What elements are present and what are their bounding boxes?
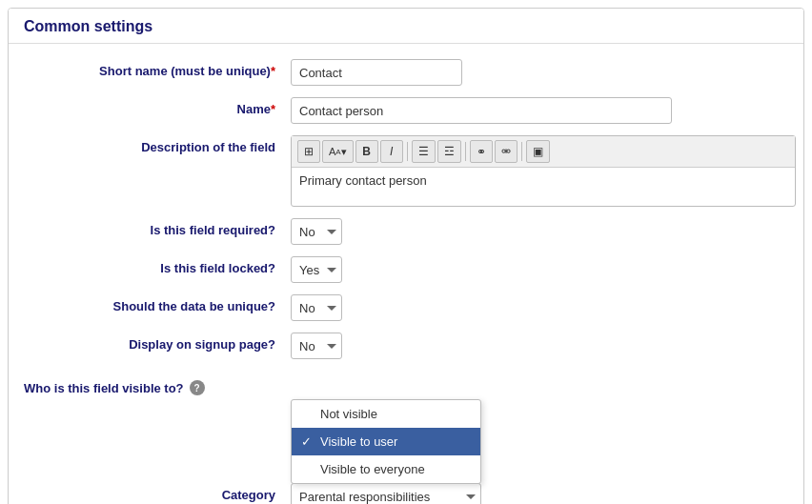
- editor-toolbar: ⊞ AA▾ B I ☰ ☲ ⚭ ⚮ ▣: [292, 136, 795, 168]
- visible-user-checkmark: ✓: [301, 434, 315, 449]
- signup-select[interactable]: No Yes: [291, 333, 342, 359]
- image-button[interactable]: ▣: [526, 140, 550, 163]
- section-title: Common settings: [9, 9, 803, 44]
- help-icon[interactable]: ?: [190, 380, 205, 395]
- form-body: Short name (must be unique)* Name* Descr…: [9, 44, 803, 504]
- unique-row: Should the data be unique? No Yes: [9, 289, 803, 327]
- not-visible-label: Not visible: [320, 407, 377, 421]
- locked-control: Yes No: [291, 256, 788, 283]
- unlink-button[interactable]: ⚮: [495, 140, 518, 163]
- toolbar-divider-2: [465, 142, 466, 161]
- required-select[interactable]: No Yes: [291, 218, 342, 245]
- common-settings-panel: Common settings Short name (must be uniq…: [8, 8, 804, 504]
- visibility-dropdown: Not visible ✓ Visible to user Visible to…: [291, 399, 481, 484]
- category-label: Category: [24, 483, 291, 502]
- locked-select[interactable]: Yes No: [291, 256, 342, 283]
- visible-everyone-checkmark: [301, 462, 315, 476]
- bold-button[interactable]: B: [355, 140, 378, 163]
- locked-row: Is this field locked? Yes No: [9, 251, 803, 289]
- required-label: Is this field required?: [24, 218, 291, 237]
- category-control: Parental responsibilities: [291, 483, 788, 504]
- name-input[interactable]: [291, 97, 672, 124]
- category-select[interactable]: Parental responsibilities: [291, 483, 481, 504]
- dropdown-item-not-visible[interactable]: Not visible: [292, 400, 480, 428]
- short-name-input[interactable]: [291, 59, 462, 86]
- description-label: Description of the field: [24, 135, 291, 154]
- description-control: ⊞ AA▾ B I ☰ ☲ ⚭ ⚮ ▣ Primary contact pers…: [291, 135, 796, 207]
- visible-everyone-label: Visible to everyone: [320, 462, 425, 476]
- grid-button[interactable]: ⊞: [297, 140, 320, 163]
- unique-select[interactable]: No Yes: [291, 294, 342, 321]
- short-name-label: Short name (must be unique)*: [24, 59, 291, 78]
- required-row: Is this field required? No Yes: [9, 212, 803, 251]
- signup-row: Display on signup page? No Yes: [9, 327, 803, 365]
- required-control: No Yes: [291, 218, 788, 245]
- visible-row: Who is this field visible to? ? Not visi…: [9, 365, 803, 401]
- name-control: [291, 97, 788, 124]
- name-row: Name*: [9, 91, 803, 130]
- description-row: Description of the field ⊞ AA▾ B I ☰ ☲ ⚭…: [9, 130, 803, 212]
- link-button[interactable]: ⚭: [470, 140, 493, 163]
- ol-button[interactable]: ☲: [437, 140, 461, 163]
- dropdown-item-visible-user[interactable]: ✓ Visible to user: [292, 428, 480, 455]
- not-visible-checkmark: [301, 407, 315, 421]
- signup-control: No Yes: [291, 333, 788, 359]
- name-label: Name*: [24, 97, 291, 116]
- unique-control: No Yes: [291, 294, 788, 321]
- description-editor: ⊞ AA▾ B I ☰ ☲ ⚭ ⚮ ▣ Primary contact pers…: [291, 135, 796, 207]
- visible-label: Who is this field visible to? ?: [24, 371, 291, 395]
- toolbar-divider-1: [407, 142, 408, 161]
- visible-user-label: Visible to user: [320, 434, 397, 449]
- ul-button[interactable]: ☰: [412, 140, 436, 163]
- short-name-control: [291, 59, 788, 86]
- editor-content[interactable]: Primary contact person: [292, 168, 795, 206]
- toolbar-divider-3: [521, 142, 522, 161]
- short-name-row: Short name (must be unique)*: [9, 53, 803, 91]
- font-button[interactable]: AA▾: [322, 140, 354, 163]
- dropdown-item-visible-everyone[interactable]: Visible to everyone: [292, 455, 480, 483]
- unique-label: Should the data be unique?: [24, 294, 291, 313]
- italic-button[interactable]: I: [380, 140, 403, 163]
- locked-label: Is this field locked?: [24, 256, 291, 275]
- signup-label: Display on signup page?: [24, 333, 291, 352]
